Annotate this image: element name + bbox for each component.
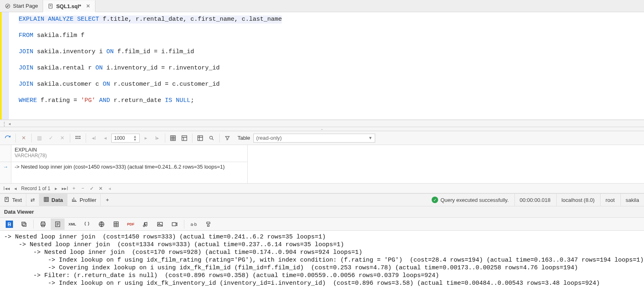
svg-rect-10 (198, 136, 203, 141)
connection-schema: sakila (626, 197, 639, 203)
first-record-button[interactable]: I◂◂ (3, 186, 10, 191)
json-viewer-button[interactable] (80, 219, 94, 230)
refresh-button[interactable] (2, 133, 13, 143)
editor-footer-handle[interactable]: ⋮ ◂ (0, 120, 644, 127)
spinner-icon[interactable]: ▲▼ (133, 135, 137, 141)
sql-text[interactable]: EXPLAIN ANALYZE SELECT f.title, r.rental… (9, 12, 286, 119)
tab-start-page[interactable]: Start Page (0, 0, 43, 12)
svg-rect-15 (22, 222, 25, 225)
cancel-button[interactable]: ✕ (18, 133, 29, 143)
pivot-view-button[interactable] (195, 133, 205, 143)
save-icon (6, 221, 13, 228)
refresh-record-button[interactable]: ◂ (106, 186, 113, 191)
exec-time: 00:00:00.018 (520, 197, 551, 203)
svg-point-0 (6, 4, 10, 8)
status-bar: ✓ Query executed successfully. 00:00:00.… (427, 193, 644, 206)
filter-button[interactable] (222, 133, 233, 143)
swap-icon: ⇄ (30, 197, 35, 203)
prev-record-button[interactable]: ◂ (12, 186, 19, 191)
svg-point-11 (210, 136, 212, 139)
tab-label: SQL1.sql* (56, 3, 81, 9)
xml-viewer-button[interactable]: XML (65, 219, 79, 230)
post-edit-button[interactable]: ✓ (89, 186, 95, 191)
connection-user: root (605, 197, 614, 203)
add-record-button[interactable]: ＋ (71, 185, 77, 192)
tab-label: Start Page (13, 3, 38, 9)
current-row-marker: → (0, 162, 11, 183)
tab-text[interactable]: Text (0, 193, 26, 206)
text-icon (4, 197, 10, 204)
form-view-button[interactable] (179, 133, 190, 143)
svg-rect-24 (172, 223, 176, 226)
last-record-button[interactable]: ▸▸I (62, 186, 68, 191)
chevron-down-icon: ▼ (368, 136, 372, 140)
html-viewer-button[interactable] (95, 219, 108, 230)
save-button[interactable] (2, 219, 16, 230)
sql-editor[interactable]: EXPLAIN ANALYZE SELECT f.title, r.rental… (0, 12, 644, 120)
table-selector[interactable]: (read-only) ▼ (253, 134, 375, 143)
apply-changes-button[interactable]: ▥ (34, 133, 45, 143)
format-button[interactable] (201, 219, 215, 230)
find-button[interactable] (206, 133, 217, 143)
compass-icon (5, 3, 11, 9)
result-tabs: Text ⇄ Data Profiler ＋ ✓ Query executed … (0, 193, 644, 206)
grid-view-button[interactable] (168, 133, 178, 143)
results-toolbar: ✕ ▥ ✓ ✕ ◂I ◂ 1000 ▲▼ ▸ I▸ Table (read-on… (0, 131, 644, 145)
svg-rect-3 (78, 136, 79, 137)
next-record-button[interactable]: ▸ (53, 186, 59, 191)
tab-swap[interactable]: ⇄ (26, 193, 39, 206)
record-navigator: I◂◂ ◂ Record 1 of 1 ▸ ▸▸I ＋ － ✓ ✕ ◂ (0, 184, 644, 193)
pdf-viewer-button[interactable]: PDF (124, 219, 138, 230)
table-label: Table (238, 135, 250, 141)
svg-rect-6 (78, 138, 79, 139)
row-count-input[interactable]: 1000 ▲▼ (111, 134, 140, 143)
audio-viewer-button[interactable] (138, 219, 152, 230)
last-page-button[interactable]: I▸ (152, 133, 162, 143)
svg-rect-14 (23, 223, 26, 226)
status-message: Query executed successfully. (441, 197, 509, 203)
svg-rect-2 (76, 136, 77, 137)
data-viewer-title: Data Viewer (0, 206, 644, 218)
print-button[interactable] (36, 219, 50, 230)
record-position: Record 1 of 1 (21, 186, 50, 191)
add-result-tab-button[interactable]: ＋ (101, 193, 114, 206)
tab-profiler[interactable]: Profiler (67, 193, 101, 206)
rollback-button[interactable]: ✕ (57, 133, 67, 143)
text-viewer-button[interactable] (51, 219, 65, 230)
fetch-size-button[interactable] (73, 133, 83, 143)
tab-data[interactable]: Data (39, 193, 67, 206)
prev-page-button[interactable]: ◂ (100, 133, 110, 143)
remove-record-button[interactable]: － (80, 185, 86, 192)
results-grid: → EXPLAIN VARCHAR(78) -> Nested loop inn… (0, 145, 644, 184)
grid-icon (43, 197, 49, 204)
svg-rect-7 (79, 138, 80, 139)
success-icon: ✓ (432, 197, 438, 203)
grid-cell[interactable]: -> Nested loop inner join (cost=1450 row… (11, 162, 247, 171)
image-viewer-button[interactable] (153, 219, 167, 230)
copy-button[interactable] (17, 219, 31, 230)
connection-host: localhost (8.0) (562, 197, 595, 203)
data-viewer-toolbar: XML PDF a·b (0, 218, 644, 231)
pane-splitter[interactable]: ⌄ (0, 127, 644, 131)
close-icon[interactable]: ✕ (86, 3, 90, 9)
video-viewer-button[interactable] (168, 219, 182, 230)
next-page-button[interactable]: ▸ (140, 133, 151, 143)
spreadsheet-viewer-button[interactable] (109, 219, 123, 230)
editor-tabs: Start Page SQL1.sql* ✕ (0, 0, 644, 12)
svg-rect-5 (76, 138, 77, 139)
first-page-button[interactable]: ◂I (89, 133, 99, 143)
sql-file-icon (48, 3, 54, 9)
word-wrap-button[interactable]: a·b (187, 219, 201, 230)
column-header[interactable]: EXPLAIN VARCHAR(78) (11, 145, 247, 162)
cancel-edit-button[interactable]: ✕ (97, 186, 104, 191)
split-horizontal-icon: ⋮ (2, 121, 7, 127)
tab-sql-file[interactable]: SQL1.sql* ✕ (43, 0, 95, 12)
chart-icon (71, 197, 77, 204)
svg-rect-9 (182, 136, 187, 141)
commit-button[interactable]: ✓ (45, 133, 56, 143)
explain-output[interactable]: -> Nested loop inner join (cost=1450 row… (0, 231, 644, 288)
svg-rect-13 (44, 197, 49, 201)
svg-rect-4 (79, 136, 80, 137)
svg-rect-8 (171, 136, 175, 141)
